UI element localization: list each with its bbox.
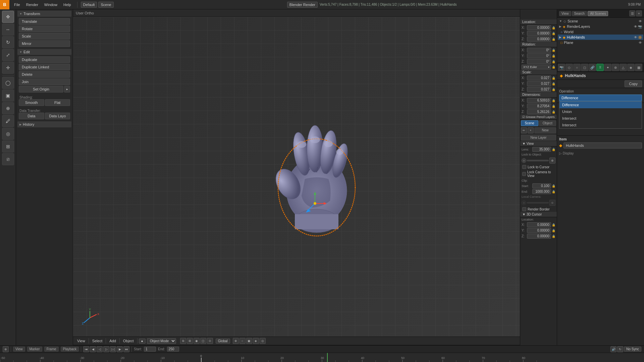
cursor-y-field[interactable]: 0.00000 xyxy=(527,228,551,233)
cursor-y-lock[interactable]: 🔒 xyxy=(552,229,555,232)
play-next-frame-btn[interactable]: ▷| xyxy=(110,346,116,352)
vptb-material-icon[interactable]: ◈ xyxy=(253,338,259,344)
scale-z-field[interactable]: 0.027 xyxy=(527,87,551,92)
rot-x-lock[interactable]: 🔒 xyxy=(552,49,555,52)
outliner-tab-view[interactable]: View xyxy=(559,11,571,16)
op-option-union[interactable]: Union xyxy=(559,108,642,115)
smooth-btn[interactable]: Smooth xyxy=(19,99,44,106)
prop-icon-modifiers[interactable]: ⧖ xyxy=(596,64,604,71)
gp-new-layer-btn[interactable]: New Layer xyxy=(521,135,556,140)
scale-btn[interactable]: Scale xyxy=(19,33,70,40)
prop-icon-constraints[interactable]: 🔗 xyxy=(589,64,596,71)
playhead[interactable] xyxy=(327,353,328,362)
tool-icon-10[interactable]: ◎ xyxy=(2,128,14,140)
play-prev-frame-btn[interactable]: ◁ xyxy=(97,346,103,352)
translate-btn[interactable]: Translate xyxy=(19,18,70,25)
vptb-prop-icon[interactable]: ○ xyxy=(239,338,246,344)
clip-end-lock[interactable]: 🔒 xyxy=(552,190,555,193)
tool-icon-12[interactable]: ⎚ xyxy=(2,153,14,165)
prop-icon-world[interactable]: ○ xyxy=(573,64,581,71)
dim-z-lock[interactable]: 🔒 xyxy=(552,110,555,114)
flat-btn[interactable]: Flat xyxy=(45,99,70,106)
item-value[interactable]: HulkHands xyxy=(564,142,642,148)
play-jump-end-btn[interactable]: ⏭ xyxy=(123,346,129,352)
delete-btn[interactable]: Delete xyxy=(19,71,70,78)
scale-y-lock[interactable]: 🔒 xyxy=(552,82,555,85)
vptb-render-icon[interactable]: ▣ xyxy=(246,338,252,344)
loc-x-lock[interactable]: 🔒 xyxy=(552,26,555,29)
dim-x-field[interactable]: 6.50910 xyxy=(527,98,551,103)
lock-camera-checkbox[interactable] xyxy=(522,172,526,176)
lock-obj-field[interactable] xyxy=(527,160,549,161)
tl-playback-btn[interactable]: Playback xyxy=(61,347,79,352)
dim-x-lock[interactable]: 🔒 xyxy=(552,99,555,102)
loc-z-field[interactable]: 0.00000 xyxy=(527,37,551,42)
gp-add-icon[interactable]: + xyxy=(528,127,534,133)
rot-mode-lock[interactable]: 🔒 xyxy=(552,65,555,69)
tl-icon-1[interactable]: ⊕ xyxy=(3,346,9,352)
gp-new-btn[interactable]: New xyxy=(534,127,556,133)
scale-y-field[interactable]: 0.027 xyxy=(527,81,551,86)
outliner-tab-allscenes[interactable]: All Scenes xyxy=(588,11,608,16)
outliner-filter-btn[interactable]: ☰ xyxy=(629,10,635,16)
play-jump-start-btn[interactable]: ⏮ xyxy=(83,346,89,352)
tool-icon-9[interactable]: 🖉 xyxy=(2,115,14,127)
tool-rotate[interactable]: ↻ xyxy=(2,36,14,48)
outliner-item-scene[interactable]: ▼ ◇ Scene 👁 xyxy=(558,18,643,24)
gp-scene-tab[interactable]: Scene xyxy=(521,120,538,126)
play-btn[interactable]: ▷ xyxy=(103,346,109,352)
outliner-item-world[interactable]: ○ World xyxy=(558,29,643,35)
lock-obj-picker[interactable]: ⊕ xyxy=(549,158,555,164)
timeline-ruler[interactable]: -50 -40 -30 -20 -10 xyxy=(0,353,644,362)
lens-lock[interactable]: 🔒 xyxy=(552,148,555,151)
outliner-tab-search[interactable]: Search xyxy=(572,11,587,16)
rot-z-lock[interactable]: 🔒 xyxy=(552,60,555,63)
duplicate-btn[interactable]: Duplicate xyxy=(19,56,70,63)
rot-y-lock[interactable]: 🔒 xyxy=(552,54,555,58)
dim-y-field[interactable]: 8.27054 xyxy=(527,104,551,109)
outliner-add-btn[interactable]: + xyxy=(636,10,642,16)
set-origin-arrow-btn[interactable]: ▸ xyxy=(64,86,70,93)
operation-dropdown[interactable]: Difference xyxy=(559,95,642,101)
vptb-select[interactable]: Select xyxy=(90,338,105,344)
dim-z-field[interactable]: 5.26126 xyxy=(527,109,551,114)
cursor-x-lock[interactable]: 🔒 xyxy=(552,223,555,227)
tool-cursor[interactable]: ✥ xyxy=(2,11,14,23)
scale-x-field[interactable]: 0.027 xyxy=(527,75,551,80)
history-header[interactable]: ▶ History xyxy=(17,121,71,127)
rl-cam-icon[interactable]: 📷 xyxy=(638,25,642,28)
gp-object-tab[interactable]: Object xyxy=(539,120,556,126)
global-selector[interactable]: Global xyxy=(216,339,230,344)
scale-z-lock[interactable]: 🔒 xyxy=(552,88,555,91)
lens-field[interactable]: 35.000 xyxy=(532,147,551,152)
prop-icon-particles[interactable]: ✦ xyxy=(604,64,611,71)
vptb-icon-4[interactable]: ◫ xyxy=(200,338,206,344)
data-layo-btn[interactable]: Data Layo xyxy=(45,113,70,119)
display-section[interactable]: ▷ Display xyxy=(557,150,644,156)
cursor-z-field[interactable]: 0.00000 xyxy=(527,234,551,239)
pl-eye-icon[interactable]: 👁 xyxy=(639,41,642,45)
prop-icon-render[interactable]: 📷 xyxy=(558,64,565,71)
copy-btn[interactable]: Copy xyxy=(625,80,642,87)
duplicate-linked-btn[interactable]: Duplicate Linked xyxy=(19,64,70,70)
outliner-item-plane[interactable]: □ Plane 👁 xyxy=(558,40,643,45)
tl-end-field[interactable]: 250 xyxy=(167,347,179,352)
viewport[interactable]: User Ortho xyxy=(73,9,557,345)
rot-mode-select[interactable]: XYZ Euler ▾ xyxy=(522,65,551,69)
vptb-icon-5[interactable]: ⊙ xyxy=(207,338,213,344)
menu-file[interactable]: File xyxy=(11,2,23,7)
mirror-btn[interactable]: Mirror xyxy=(19,40,70,47)
prop-icon-data[interactable]: △ xyxy=(620,64,627,71)
gp-pencil-icon[interactable]: ✏ xyxy=(521,127,527,133)
tl-start-field[interactable]: 1 xyxy=(144,347,156,352)
menu-help[interactable]: Help xyxy=(61,2,74,7)
tool-icon-8[interactable]: ⊕ xyxy=(2,102,14,114)
mode-selector[interactable]: Default xyxy=(81,2,97,8)
transform-header[interactable]: ▼ Transform xyxy=(17,11,71,17)
gp-checkbox[interactable]: ☑ xyxy=(522,115,525,119)
hh-render-icon[interactable]: 🔆 xyxy=(638,36,642,39)
prop-icon-physics[interactable]: ⊛ xyxy=(612,64,619,71)
join-btn[interactable]: Join xyxy=(19,78,70,85)
dim-y-lock[interactable]: 🔒 xyxy=(552,105,555,108)
tl-view-btn[interactable]: View xyxy=(13,347,25,352)
